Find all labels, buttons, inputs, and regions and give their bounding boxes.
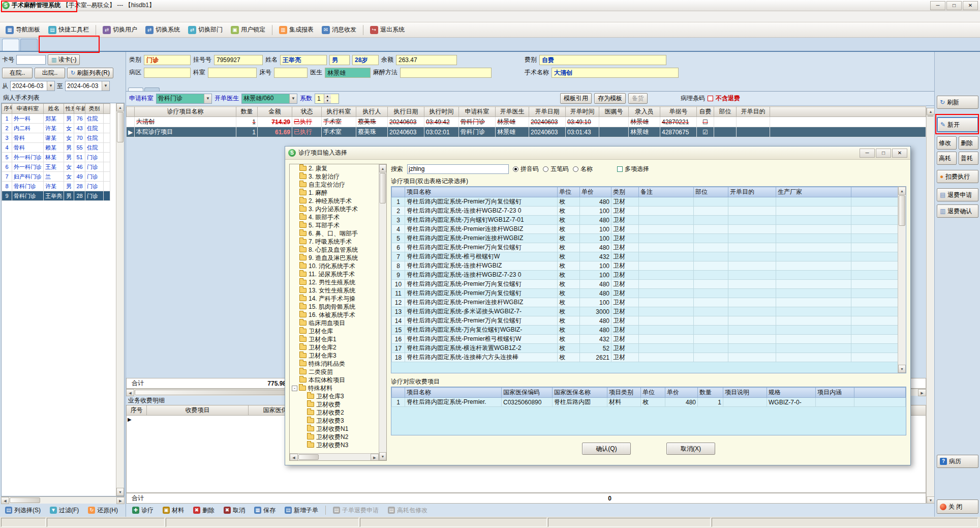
menu-item[interactable] bbox=[37, 11, 49, 22]
patient-list-hscrollbar[interactable]: ◀ ▶ bbox=[1, 496, 125, 504]
tree-vscrollbar[interactable]: ▲ ▼ bbox=[379, 164, 386, 460]
search-input[interactable] bbox=[407, 164, 509, 174]
column-header[interactable]: 年龄 bbox=[74, 104, 85, 114]
items-vscrollbar[interactable]: ▲ ▼ bbox=[898, 187, 906, 373]
toolbar-button[interactable]: ↪ 退出系统 bbox=[366, 24, 408, 36]
menu-item[interactable] bbox=[49, 11, 61, 22]
table-row[interactable]: 3骨科谢某女70住院 bbox=[2, 133, 110, 143]
template-ref-button[interactable]: 模板引用 bbox=[560, 93, 592, 104]
dialog-minimize-button[interactable]: ─ bbox=[860, 149, 875, 158]
footer-button[interactable]: ↻ 还原(H) bbox=[84, 505, 122, 516]
delete-button[interactable]: 删除 bbox=[959, 136, 978, 150]
maximize-button[interactable]: □ bbox=[946, 1, 962, 10]
name-field[interactable]: 王举亮 bbox=[280, 55, 327, 65]
table-row[interactable]: 9脊柱后路内固定系统-连接杆WGBIZ-7-23 0枚100卫材 bbox=[392, 271, 906, 280]
tree-item[interactable]: 卫材收费3 bbox=[290, 417, 379, 425]
column-header[interactable]: 开单时间 bbox=[566, 107, 599, 117]
tree-item[interactable]: 11. 泌尿系统手术 bbox=[290, 270, 379, 278]
order-doctor-combo[interactable]: 林景雄/060 ▼ bbox=[241, 94, 297, 104]
collapse-toggle-icon[interactable]: - bbox=[292, 386, 297, 391]
column-header[interactable]: 姓名 bbox=[44, 104, 64, 114]
column-header[interactable]: 单价 bbox=[580, 187, 611, 197]
multi-select-checkbox[interactable]: 多项选择 bbox=[617, 165, 649, 173]
column-header[interactable]: 类别 bbox=[85, 104, 104, 114]
toolbar-button[interactable] bbox=[96, 25, 96, 35]
tree-item[interactable]: 二类疫苗 bbox=[290, 368, 379, 376]
spin-down-icon[interactable]: ▼ bbox=[324, 99, 331, 103]
column-header[interactable]: 项目内涵 bbox=[816, 388, 854, 398]
tree-item[interactable]: 13. 女性生殖系统 bbox=[290, 286, 379, 295]
age-field[interactable]: 28岁 bbox=[352, 55, 379, 65]
column-header[interactable]: 备注 bbox=[639, 187, 694, 197]
tree-item[interactable]: 4. 眼部手术 bbox=[290, 213, 379, 221]
action-button[interactable]: ✖ 取消 bbox=[220, 505, 249, 516]
toolbar-button[interactable]: ⇄ 切换用户 bbox=[99, 24, 141, 36]
table-row[interactable]: 14脊柱后路内固定系统-Premier万向复位螺钉枚480卫材 bbox=[392, 316, 906, 326]
dept-field[interactable] bbox=[208, 68, 257, 78]
column-header[interactable]: 开单日期 bbox=[529, 107, 566, 117]
new-order-button[interactable]: ✎ 新开 bbox=[937, 117, 978, 132]
tree-item[interactable]: 卫材收费N1 bbox=[290, 425, 379, 433]
table-row[interactable]: 6外一科门诊王某女46门诊 bbox=[2, 162, 110, 172]
save-template-button[interactable]: 存为模板 bbox=[594, 93, 626, 104]
category-field[interactable]: 门诊 bbox=[144, 55, 191, 65]
column-header[interactable]: 自费 bbox=[697, 107, 714, 117]
fee-type-field[interactable]: 自费 bbox=[539, 55, 666, 65]
column-header[interactable]: 生产厂家 bbox=[776, 187, 851, 197]
radio-pinyin[interactable]: 拼音码 bbox=[513, 165, 539, 173]
column-header[interactable]: 项目名称 bbox=[405, 388, 502, 398]
request-dept-combo[interactable]: 骨科门诊 ▼ bbox=[156, 94, 212, 104]
column-header[interactable]: 执行日期 bbox=[388, 107, 424, 117]
in-hospital-button[interactable]: 在院.. bbox=[2, 68, 33, 78]
column-header[interactable]: 单据号 bbox=[660, 107, 697, 117]
column-header[interactable]: 项目类别 bbox=[607, 388, 641, 398]
column-header[interactable]: 规格 bbox=[767, 388, 816, 398]
tree-item[interactable]: 2. 康复 bbox=[290, 164, 379, 172]
anesthesia-field[interactable] bbox=[400, 68, 492, 78]
confirm-button[interactable]: 确认(Q) bbox=[582, 443, 631, 455]
tree-item[interactable]: 卫材仓库1 bbox=[290, 335, 379, 343]
menu-item[interactable] bbox=[24, 11, 37, 22]
scroll-right-icon[interactable]: ▶ bbox=[918, 389, 926, 396]
table-row[interactable]: 4骨科赖某男55住院 bbox=[2, 143, 110, 153]
factor-spinner[interactable]: 1 ▲▼ bbox=[315, 94, 339, 104]
minimize-button[interactable]: ─ bbox=[930, 1, 945, 10]
refund-confirm-button[interactable]: ▥ 退费确认 bbox=[937, 204, 978, 218]
column-header[interactable]: 诊疗项目名称 bbox=[135, 107, 236, 117]
tree-item[interactable]: 本院体检项目 bbox=[290, 376, 379, 384]
tree-item[interactable]: - 特殊材料 bbox=[290, 384, 379, 392]
chevron-down-icon[interactable]: ▼ bbox=[47, 81, 54, 91]
table-row[interactable]: 13脊柱后路内固定系统-多米诺接头WGBIZ-7-枚3000卫材 bbox=[392, 307, 906, 316]
regno-field[interactable]: 7959927 bbox=[214, 55, 263, 65]
tree-item[interactable]: 8. 心脏及血管系统 bbox=[290, 246, 379, 254]
column-header[interactable]: 国家医保名称 bbox=[553, 388, 607, 398]
out-hospital-button[interactable]: 出院.. bbox=[35, 68, 65, 78]
table-row[interactable]: 7妇产科门诊兰女49门诊 bbox=[2, 172, 110, 182]
action-button[interactable] bbox=[325, 506, 326, 515]
tree-item[interactable]: 卫材仓库 bbox=[290, 327, 379, 335]
tree-item[interactable]: 3. 内分泌系统手术 bbox=[290, 205, 379, 213]
ward-field[interactable] bbox=[144, 68, 191, 78]
column-header[interactable]: 申请科室 bbox=[12, 104, 44, 114]
toolbar-button[interactable]: ▤ 快捷工具栏 bbox=[45, 24, 93, 36]
scroll-left-icon[interactable]: ◀ bbox=[126, 389, 134, 396]
page-tab[interactable] bbox=[2, 39, 19, 51]
tree-item[interactable]: 卫材仓库2 bbox=[290, 343, 379, 351]
table-row[interactable]: 1外一科郑某男76住院 bbox=[2, 114, 110, 124]
column-header[interactable]: 单位 bbox=[558, 187, 580, 197]
footer-button[interactable]: ▤ 列选择(S) bbox=[1, 505, 45, 516]
column-header[interactable]: 部位 bbox=[714, 107, 737, 117]
tree-item[interactable]: 16. 体被系统手术 bbox=[290, 311, 379, 319]
table-row[interactable]: 1脊柱后路内固定系统-Premier万向复位螺钉枚480卫材 bbox=[392, 197, 906, 207]
page-tab[interactable] bbox=[20, 39, 38, 51]
radio-wubi[interactable]: 五笔码 bbox=[543, 165, 569, 173]
column-header[interactable]: 医嘱号 bbox=[599, 107, 629, 117]
table-row[interactable]: 5脊柱后路内固定系统-Premier连接杆WGBIZ枚100卫材 bbox=[392, 234, 906, 243]
tree-item[interactable]: 9. 造血及淋巴系统 bbox=[290, 254, 379, 262]
dialog-close-button[interactable]: ✕ bbox=[892, 149, 907, 158]
tree-item[interactable]: 卫材收费N2 bbox=[290, 433, 379, 441]
toolbar-button[interactable]: ⇄ 切换系统 bbox=[142, 24, 183, 36]
radio-name[interactable]: 名称 bbox=[573, 165, 593, 173]
high-cost-button[interactable]: 高耗 bbox=[937, 152, 957, 165]
column-header[interactable]: 单位 bbox=[641, 388, 665, 398]
